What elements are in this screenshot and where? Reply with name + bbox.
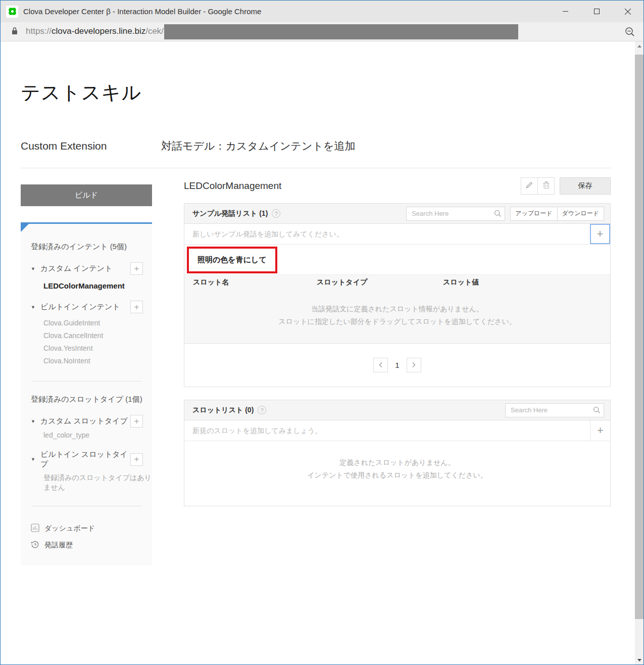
- sidebar-panel: 登録済みのインテント (5個) ▼ カスタム インテント + LEDColorM…: [21, 222, 152, 565]
- intents-section-title: 登録済みのインテント (5個): [31, 242, 143, 252]
- utterance-search-input[interactable]: [406, 207, 505, 221]
- window-controls: [550, 1, 643, 22]
- maximize-button[interactable]: [581, 1, 612, 22]
- edit-intent-button[interactable]: [521, 177, 538, 195]
- upload-button[interactable]: アップロード: [510, 207, 557, 221]
- sidebar-item-nointent[interactable]: Clova.NoIntent: [43, 355, 143, 367]
- url-bar[interactable]: https://clova-developers.line.biz/cek/: [1, 22, 643, 41]
- utterance-row: 照明の色を青にして: [184, 245, 610, 274]
- sidebar-item-led-color-type[interactable]: led_color_type: [43, 431, 143, 439]
- triangle-down-icon: [637, 659, 641, 661]
- triangle-down-icon: ▼: [31, 266, 35, 271]
- sidebar-divider: [32, 381, 142, 382]
- url-text[interactable]: https://clova-developers.line.biz/cek/: [26, 24, 518, 39]
- sidebar-divider: [32, 506, 142, 506]
- sidebar-item-yesintent[interactable]: Clova.YesIntent: [43, 342, 143, 355]
- slot-types-section-title: 登録済みのスロットタイプ (1個): [31, 395, 143, 404]
- slot-value-column-header: スロット値: [443, 278, 602, 287]
- sidebar-item-guideintent[interactable]: Clova.GuideIntent: [43, 317, 143, 329]
- add-slot-input[interactable]: [184, 420, 590, 441]
- upload-download-group: アップロード ダウンロード: [510, 207, 604, 221]
- trash-icon: [542, 181, 550, 191]
- help-icon[interactable]: ?: [272, 209, 280, 218]
- clova-clover-icon: [6, 6, 18, 18]
- close-button[interactable]: [612, 1, 643, 22]
- save-button[interactable]: 保存: [560, 177, 611, 195]
- add-slot-button[interactable]: +: [590, 420, 610, 441]
- vertical-scrollbar[interactable]: [635, 41, 643, 664]
- minimize-button[interactable]: [550, 1, 581, 22]
- slot-list-title: スロットリスト (0): [192, 406, 254, 415]
- current-page-number: 1: [395, 361, 399, 369]
- scroll-down-button[interactable]: [635, 655, 643, 664]
- sample-utterance-panel-header: サンプル発話リスト (1) ?: [184, 204, 610, 224]
- utterance-search-box: [406, 207, 505, 221]
- add-custom-intent-button[interactable]: +: [130, 262, 143, 275]
- utterance-item-highlighted[interactable]: 照明の色を青にして: [187, 247, 277, 273]
- url-redaction-box: [164, 24, 518, 39]
- custom-intent-group-label: カスタム インテント: [40, 264, 130, 273]
- url-domain: clova-developers.line.biz: [52, 26, 145, 36]
- triangle-up-icon: [637, 45, 641, 48]
- sidebar-item-dashboard[interactable]: ダッシュボード: [31, 524, 143, 534]
- prev-page-button[interactable]: [373, 358, 388, 372]
- builtin-slot-type-group-label: ビルトイン スロットタイプ: [40, 450, 130, 469]
- add-builtin-intent-button[interactable]: +: [130, 301, 143, 313]
- add-slot-row: +: [184, 420, 610, 441]
- builtin-slot-type-group[interactable]: ▼ ビルトイン スロットタイプ +: [31, 450, 143, 469]
- page-viewport: テストスキル Custom Extension 対話モデル：カスタムインテントを…: [1, 41, 643, 664]
- delete-intent-button[interactable]: [537, 177, 555, 195]
- page-content: テストスキル Custom Extension 対話モデル：カスタムインテントを…: [1, 41, 635, 664]
- intent-name-title: LEDColorManagement: [184, 180, 521, 192]
- history-icon: [31, 540, 39, 550]
- empty-state-line1: 定義されたスロットがありません。: [184, 456, 610, 469]
- slot-list-panel-header: スロットリスト (0) ?: [184, 400, 610, 420]
- chevron-right-icon: [411, 361, 416, 370]
- sidebar-item-cancelintent[interactable]: Clova.CancelIntent: [43, 329, 143, 342]
- build-button[interactable]: ビルド: [21, 184, 152, 206]
- add-builtin-slot-type-button[interactable]: +: [130, 453, 143, 466]
- sample-utterance-list-title: サンプル発話リスト (1): [192, 209, 268, 218]
- dashboard-icon: [31, 524, 39, 534]
- custom-slot-type-group-label: カスタム スロットタイプ: [40, 416, 130, 426]
- slot-list-empty-state: 定義されたスロットがありません。 インテントで使用されるスロットを追加してくださ…: [184, 441, 610, 506]
- browser-window: Clova Developer Center β - Interaction M…: [0, 0, 644, 665]
- slot-search-box: [505, 403, 604, 417]
- empty-state-line2: インテントで使用されるスロットを追加してください。: [184, 469, 610, 482]
- next-page-button[interactable]: [407, 358, 421, 372]
- add-utterance-button[interactable]: +: [590, 224, 610, 244]
- sidebar-item-utterance-history[interactable]: 発話履歴: [31, 540, 143, 550]
- skill-title: テストスキル: [21, 80, 611, 106]
- sidebar: ビルド 登録済みのインテント (5個) ▼ カスタム インテント + LEDCo…: [21, 177, 152, 565]
- sidebar-item-ledcolormanagement[interactable]: LEDColorManagement: [43, 281, 143, 290]
- utterance-history-label: 発話履歴: [44, 541, 73, 550]
- add-utterance-input[interactable]: [184, 224, 590, 244]
- dashboard-label: ダッシュボード: [44, 524, 95, 533]
- builtin-slot-type-empty-note: 登録済みのスロットタイプはありません: [43, 473, 154, 492]
- chevron-left-icon: [378, 361, 383, 370]
- triangle-down-icon: ▼: [31, 305, 35, 310]
- add-custom-slot-type-button[interactable]: +: [130, 415, 143, 428]
- scrollbar-thumb[interactable]: [635, 55, 643, 619]
- builtin-intent-group[interactable]: ▼ ビルトイン インテント +: [31, 301, 143, 313]
- sample-utterance-panel: サンプル発話リスト (1) ?: [184, 203, 611, 387]
- custom-intent-group[interactable]: ▼ カスタム インテント +: [31, 262, 143, 275]
- triangle-down-icon: ▼: [31, 419, 35, 424]
- custom-slot-type-group[interactable]: ▼ カスタム スロットタイプ +: [31, 415, 143, 428]
- builtin-intent-group-label: ビルトイン インテント: [40, 302, 130, 312]
- help-icon[interactable]: ?: [258, 406, 266, 414]
- pagination: 1: [184, 344, 610, 387]
- url-path: /cek/: [145, 26, 164, 36]
- slot-type-column-header: スロットタイプ: [317, 278, 443, 287]
- pencil-icon: [525, 181, 533, 191]
- download-button[interactable]: ダウンロード: [557, 207, 604, 221]
- scroll-up-button[interactable]: [635, 41, 643, 51]
- subtitle-row: Custom Extension 対話モデル：カスタムインテントを追加: [21, 139, 611, 153]
- slot-table-header: スロット名 スロットタイプ スロット値: [184, 274, 610, 290]
- slot-search-input[interactable]: [505, 403, 604, 417]
- triangle-down-icon: ▼: [31, 457, 35, 462]
- zoom-out-icon[interactable]: [624, 26, 635, 37]
- main-area: LEDColorManagement: [184, 177, 611, 565]
- add-utterance-row: +: [184, 224, 610, 245]
- fold-corner-icon: [21, 224, 29, 232]
